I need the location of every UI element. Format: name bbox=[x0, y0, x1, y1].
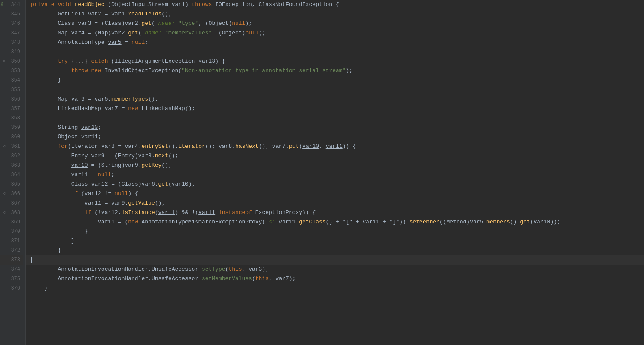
indent bbox=[31, 19, 58, 28]
indent bbox=[31, 132, 58, 142]
fold-marker-350[interactable]: ⊞ bbox=[3, 57, 6, 66]
fold-marker-368[interactable]: ◇ bbox=[3, 208, 6, 217]
var10-arg2: var10 bbox=[533, 217, 550, 227]
code-line-372: } bbox=[26, 246, 644, 255]
method-iterator: iterator bbox=[178, 142, 205, 151]
instanceof bbox=[215, 208, 219, 217]
var-var7: var7 bbox=[105, 104, 118, 113]
dot4: . bbox=[286, 142, 289, 151]
str-type: "type" bbox=[178, 19, 198, 28]
paren: ( bbox=[178, 66, 182, 76]
var11-assign3: var11 bbox=[98, 217, 115, 227]
method-readObject: readObject bbox=[74, 0, 108, 9]
code-line-364: var11 = null ; bbox=[26, 170, 644, 180]
keyword-null-5: null bbox=[115, 189, 128, 198]
indent bbox=[31, 170, 71, 180]
var1-ref: var1 bbox=[111, 9, 125, 19]
dot: . bbox=[295, 217, 299, 227]
type-UnsafeAccessor: UnsafeAccessor bbox=[152, 265, 198, 274]
cast-Map: Map bbox=[98, 28, 108, 38]
and-not: ) && !( bbox=[175, 208, 199, 217]
parens-semi: (); bbox=[168, 151, 178, 161]
gutter-356: 356 bbox=[0, 95, 23, 104]
type-Class2: Class bbox=[71, 180, 91, 189]
method-getKey: getKey bbox=[142, 161, 162, 170]
parens-semi: (); bbox=[155, 198, 165, 208]
type-LinkedHashMap: LinkedHashMap bbox=[58, 104, 104, 113]
var9-ref2: var9 bbox=[111, 198, 125, 208]
indent bbox=[31, 189, 71, 198]
fold-marker-361[interactable]: ◇ bbox=[3, 142, 6, 151]
paren: ( bbox=[138, 28, 145, 38]
brace-close: } bbox=[71, 236, 75, 246]
keyword-try: try bbox=[58, 57, 71, 66]
param-hint-name: name: bbox=[158, 19, 179, 28]
code-line-344: private void readObject ( ObjectInputStr… bbox=[26, 0, 644, 9]
var2-ref2: var2 bbox=[111, 28, 125, 38]
dot3: (). bbox=[510, 217, 520, 227]
brace-close: } bbox=[85, 227, 88, 236]
indent bbox=[31, 76, 58, 85]
parens-semi: (); bbox=[148, 95, 158, 104]
type-LinkedHashMap2: LinkedHashMap bbox=[141, 104, 185, 113]
code-content-area: private void readObject ( ObjectInputStr… bbox=[26, 0, 644, 345]
method-get: get bbox=[142, 19, 152, 28]
code-line-350: try {...} catch ( IllegalArgumentExcepti… bbox=[26, 57, 644, 66]
gutter-350: ⊞ 350 bbox=[0, 57, 23, 66]
gutter-357: 357 bbox=[0, 104, 23, 113]
method-memberTypes: memberTypes bbox=[111, 95, 148, 104]
equals: = bbox=[115, 142, 125, 151]
indent bbox=[31, 284, 44, 293]
brace-close: } bbox=[58, 76, 61, 85]
gutter-374: 374 bbox=[0, 265, 23, 274]
code-line-359: String var10 ; bbox=[26, 123, 644, 132]
var4-ref: var4 bbox=[125, 142, 138, 151]
gutter-360: 360 bbox=[0, 132, 23, 142]
code-line-360: Object var11 ; bbox=[26, 132, 644, 142]
paren-arg: ( bbox=[155, 208, 158, 217]
method-entrySet: entrySet bbox=[142, 142, 168, 151]
indent bbox=[31, 227, 85, 236]
indent bbox=[31, 104, 58, 113]
gutter-368: ◇ 368 bbox=[0, 208, 23, 217]
var3-ref2: var3 bbox=[249, 265, 262, 274]
method-setType: setType bbox=[202, 265, 225, 274]
semi-space: (); bbox=[205, 142, 219, 151]
dot: . bbox=[138, 142, 142, 151]
fold-marker-366[interactable]: ◇ bbox=[3, 189, 6, 198]
var-var13: var13 bbox=[198, 57, 215, 66]
gutter-369: 369 bbox=[0, 217, 23, 227]
cast-close: ) bbox=[122, 19, 125, 28]
code-line-362: Entry var9 = ( Entry ) var8 . next (); bbox=[26, 151, 644, 161]
gutter-355: 355 bbox=[0, 85, 23, 95]
type-String: String bbox=[58, 123, 81, 132]
param-hint-s: s: bbox=[269, 217, 279, 227]
keyword-null-4: null bbox=[98, 170, 111, 180]
keyword-null-2: null bbox=[245, 28, 258, 38]
cast-Object2: Object bbox=[222, 28, 242, 38]
str-non-annotation: "Non-annotation type in annotation seria… bbox=[182, 66, 346, 76]
method-hasNext: hasNext bbox=[235, 142, 259, 151]
var10-get: var10 bbox=[172, 180, 188, 189]
keyword-new: new bbox=[91, 66, 104, 76]
var11-assign2: var11 bbox=[85, 198, 101, 208]
type-Iterator: Iterator bbox=[71, 142, 98, 151]
indent bbox=[31, 28, 58, 38]
code-line-345: GetField var2 = var1 . readFields (); bbox=[26, 9, 644, 19]
dot3: . bbox=[232, 142, 235, 151]
var-var4: var4 bbox=[71, 28, 85, 38]
keyword-new3: new bbox=[128, 217, 141, 227]
code-line-365: Class var12 = ( Class ) var6 . get ( var… bbox=[26, 180, 644, 189]
paren-open: ( bbox=[108, 0, 111, 9]
var12-ref2: var12 bbox=[101, 208, 118, 217]
paren-open: ( bbox=[111, 57, 115, 66]
equals: = ( bbox=[88, 161, 101, 170]
code-line-370: } bbox=[26, 227, 644, 236]
gutter-371: 371 bbox=[0, 236, 23, 246]
keyword-new2: new bbox=[128, 104, 141, 113]
var11-arg: var11 bbox=[326, 142, 343, 151]
code-line-374: AnnotationInvocationHandler . UnsafeAcce… bbox=[26, 265, 644, 274]
indent bbox=[31, 151, 71, 161]
keyword-null-3: null bbox=[131, 38, 145, 47]
cast-Class2: Class bbox=[122, 180, 138, 189]
